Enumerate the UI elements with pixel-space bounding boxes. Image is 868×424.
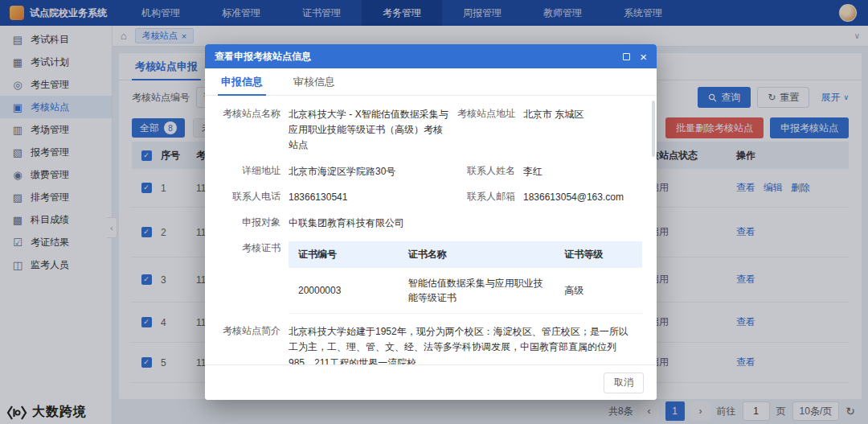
cancel-button[interactable]: 取消 <box>604 373 644 393</box>
tab-declaration-info[interactable]: 申报信息 <box>218 68 266 95</box>
site-addr-label: 考核站点地址 <box>452 107 515 154</box>
modal-close-icon[interactable]: × <box>640 51 647 63</box>
cert-header-name: 证书名称 <box>399 241 555 268</box>
assessment-cert-label: 考核证书 <box>211 241 280 314</box>
modal-body: 考核站点名称 北京科技大学 - X智能估值数据采集与应用职业技能等级证书（高级）… <box>205 96 657 364</box>
modal-tabs: 申报信息 审核信息 <box>205 68 657 96</box>
cert-row: 20000003 智能估值数据采集与应用职业技能等级证书 高级 <box>289 268 642 314</box>
declare-target-label: 申报对象 <box>211 216 280 231</box>
modal-title: 查看申报考核站点信息 <box>215 50 623 64</box>
cert-no: 20000003 <box>289 268 399 314</box>
contact-phone-value: 18366130541 <box>289 190 347 205</box>
contact-email-label: 联系人邮箱 <box>452 190 515 205</box>
detail-addr-value: 北京市海淀区学院路30号 <box>289 164 395 179</box>
site-name-value: 北京科技大学 - X智能估值数据采集与应用职业技能等级证书（高级）考核站点 <box>289 107 449 154</box>
site-addr-value: 北京市 东城区 <box>523 107 583 154</box>
screen: 试点院校业务系统 机构管理 标准管理 证书管理 考务管理 周报管理 教师管理 系… <box>0 0 868 424</box>
site-name-label: 考核站点名称 <box>211 107 280 154</box>
cert-level: 高级 <box>555 268 642 314</box>
cert-header-level: 证书等级 <box>555 241 642 268</box>
contact-email-value: 1836613054@163.com <box>523 190 624 205</box>
modal-footer: 取消 <box>205 364 657 400</box>
cert-header-no: 证书编号 <box>289 241 399 268</box>
detail-addr-label: 详细地址 <box>211 164 280 179</box>
watermark-logo-icon <box>6 405 27 421</box>
site-intro-label: 考核站点简介 <box>211 324 280 364</box>
declare-target-value: 中联集团教育科技有限公司 <box>289 216 404 231</box>
modal-header: 查看申报考核站点信息 × <box>205 44 657 68</box>
view-site-modal: 查看申报考核站点信息 × 申报信息 审核信息 考核站点名称 北京科技大学 - X… <box>205 44 657 400</box>
contact-name-value: 李红 <box>523 164 542 179</box>
contact-name-label: 联系人姓名 <box>452 164 515 179</box>
contact-phone-label: 联系人电话 <box>211 190 280 205</box>
watermark-brand: 大数跨境 <box>32 404 87 421</box>
cert-table: 证书编号 证书名称 证书等级 20000003 智能估值数据采集与应用职业技能等… <box>289 241 642 314</box>
fullscreen-icon[interactable] <box>623 53 630 60</box>
cert-name: 智能估值数据采集与应用职业技能等级证书 <box>399 268 555 314</box>
modal-scrollbar[interactable] <box>652 101 655 157</box>
tab-audit-info[interactable]: 审核信息 <box>290 68 338 95</box>
site-intro-value: 北京科技大学始建于1952年，现分为两个校区：海淀校区、管庄校区；是一所以工为主… <box>289 324 636 364</box>
watermark: 大数跨境 <box>6 404 87 421</box>
